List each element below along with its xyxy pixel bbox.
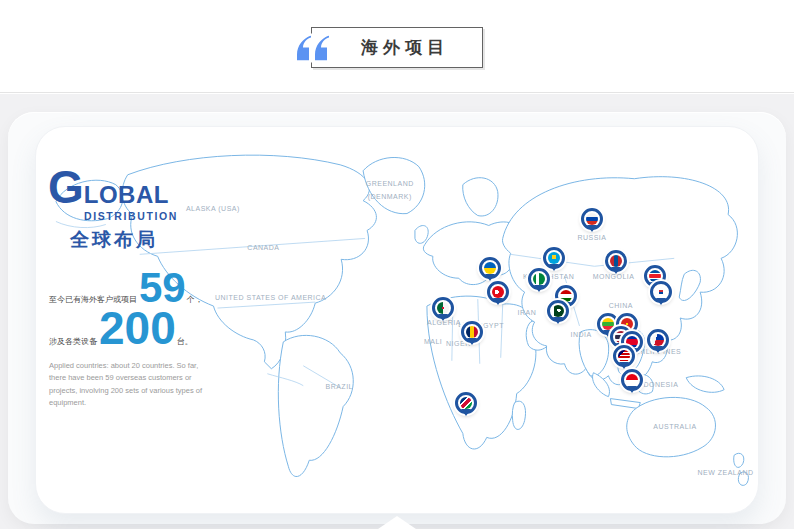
logo-distribution-text: DISTRIBUTION [84,210,178,222]
next-section-arrow-icon [378,516,416,529]
section-header: 海外项目 [311,27,483,68]
double-quote-icon [294,33,334,62]
stat-equipment-unit: 台。 [177,336,193,347]
logo-chinese-text: 全球布局 [70,227,178,253]
section-title: 海外项目 [345,36,449,59]
overseas-projects-section: GREENLAND(DENMARK)ALASKA (USA)CANADAUNIT… [0,94,794,529]
stat-projects-unit: 个， [187,294,203,305]
world-map-panel: GREENLAND(DENMARK)ALASKA (USA)CANADAUNIT… [35,126,759,514]
stat-equipment-label: 涉及各类设备 [49,336,97,347]
logo-global-text: LOBAL [84,181,169,209]
logo-letter-g: G [48,169,84,207]
stat-equipment-count: 200 [99,305,176,351]
header-band: 海外项目 [0,0,794,93]
description-english: Applied countries: about 20 countries. S… [49,360,207,410]
overseas-projects-card: GREENLAND(DENMARK)ALASKA (USA)CANADAUNIT… [8,112,786,524]
stats-block: 至今已有海外客户或项目 59 个， 涉及各类设备 200 台。 Applied … [49,267,224,410]
global-distribution-logo: GLOBAL DISTRIBUTION 全球布局 [48,169,178,253]
